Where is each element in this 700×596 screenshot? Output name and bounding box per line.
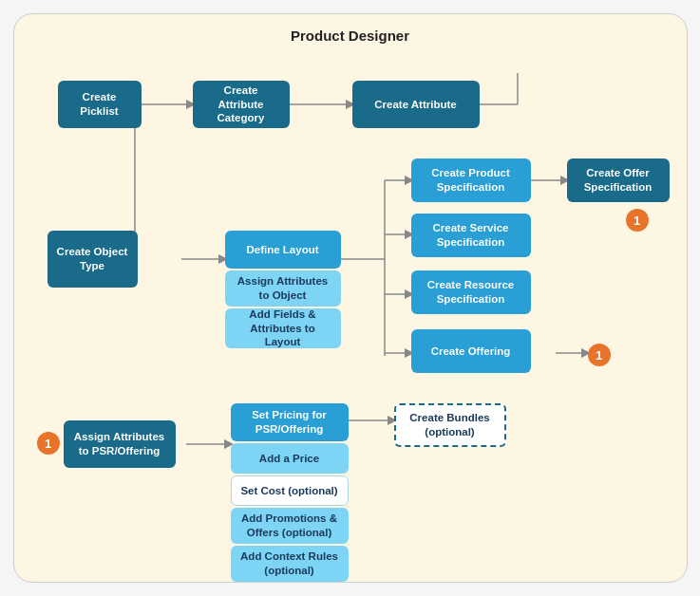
- create-bundles-label: Create Bundles (optional): [404, 411, 497, 439]
- set-pricing-label: Set Pricing for PSR/Offering: [238, 408, 341, 437]
- define-layout-label: Define Layout: [246, 243, 318, 257]
- add-fields-attributes-box[interactable]: Add Fields & Attributes to Layout: [225, 308, 341, 348]
- create-service-spec-box[interactable]: Create Service Specification: [411, 214, 531, 257]
- assign-attributes-object-box[interactable]: Assign Attributes to Object: [225, 270, 341, 307]
- create-offering-box[interactable]: Create Offering: [411, 329, 531, 373]
- create-offer-spec-box[interactable]: Create Offer Specification: [567, 158, 670, 202]
- create-attribute-category-box[interactable]: Create Attribute Category: [193, 81, 290, 128]
- create-bundles-box[interactable]: Create Bundles (optional): [394, 403, 506, 447]
- create-object-type-box[interactable]: Create Object Type: [47, 231, 138, 288]
- add-promotions-box[interactable]: Add Promotions & Offers (optional): [231, 508, 349, 544]
- create-offer-spec-label: Create Offer Specification: [575, 166, 662, 195]
- diagram-title: Product Designer: [24, 28, 677, 44]
- set-cost-box[interactable]: Set Cost (optional): [231, 475, 349, 506]
- create-product-spec-box[interactable]: Create Product Specification: [411, 158, 531, 202]
- assign-attributes-psr-box[interactable]: Assign Attributes to PSR/Offering: [64, 420, 176, 468]
- create-attribute-box[interactable]: Create Attribute: [352, 81, 480, 128]
- badge-offer-spec: 1: [626, 209, 649, 232]
- define-layout-box[interactable]: Define Layout: [225, 231, 341, 269]
- create-service-spec-label: Create Service Specification: [419, 221, 523, 250]
- add-price-box[interactable]: Add a Price: [231, 443, 349, 474]
- badge-create-offering: 1: [588, 344, 611, 366]
- create-offering-label: Create Offering: [431, 345, 511, 359]
- create-resource-spec-box[interactable]: Create Resource Specification: [411, 270, 531, 314]
- add-context-rules-box[interactable]: Add Context Rules (optional): [231, 546, 349, 582]
- add-context-rules-label: Add Context Rules (optional): [238, 549, 341, 578]
- create-resource-spec-label: Create Resource Specification: [419, 278, 523, 307]
- create-attribute-category-label: Create Attribute Category: [200, 84, 282, 126]
- assign-attributes-psr-label: Assign Attributes to PSR/Offering: [71, 430, 168, 458]
- create-picklist-label: Create Picklist: [66, 90, 134, 119]
- create-picklist-box[interactable]: Create Picklist: [58, 81, 142, 128]
- set-pricing-box[interactable]: Set Pricing for PSR/Offering: [231, 403, 349, 441]
- add-price-label: Add a Price: [259, 452, 319, 466]
- create-attribute-label: Create Attribute: [374, 98, 456, 112]
- create-object-type-label: Create Object Type: [55, 245, 130, 273]
- create-product-spec-label: Create Product Specification: [419, 166, 523, 195]
- badge-assign-psr: 1: [37, 432, 60, 455]
- main-container: Product Designer: [0, 0, 700, 596]
- set-cost-label: Set Cost (optional): [240, 484, 337, 498]
- add-fields-attributes-label: Add Fields & Attributes to Layout: [233, 307, 333, 350]
- diagram-wrapper: Product Designer: [13, 13, 688, 583]
- add-promotions-label: Add Promotions & Offers (optional): [238, 512, 341, 540]
- assign-attributes-object-label: Assign Attributes to Object: [233, 274, 333, 303]
